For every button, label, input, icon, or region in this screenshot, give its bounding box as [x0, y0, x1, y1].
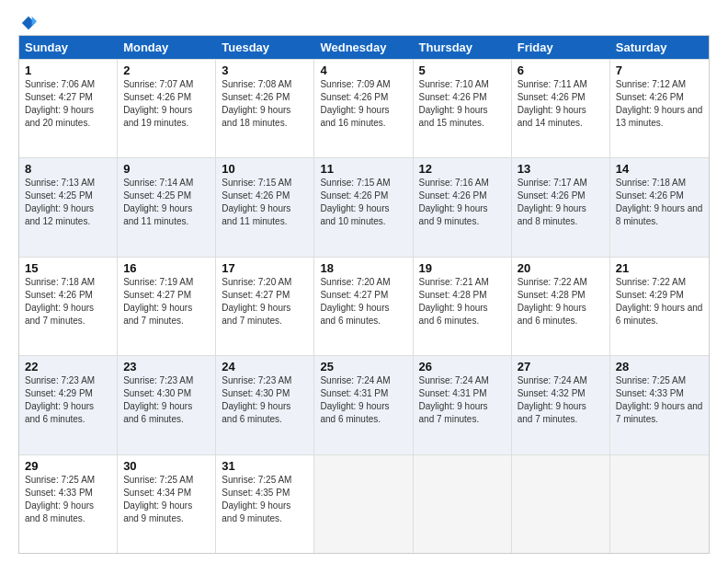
day-number: 26 [419, 360, 506, 373]
calendar-header: SundayMondayTuesdayWednesdayThursdayFrid… [19, 36, 709, 59]
day-number: 6 [518, 63, 604, 77]
day-info: Sunrise: 7:25 AMSunset: 4:34 PMDaylight:… [123, 475, 193, 523]
day-info: Sunrise: 7:25 AMSunset: 4:33 PMDaylight:… [616, 375, 703, 424]
day-info: Sunrise: 7:22 AMSunset: 4:28 PMDaylight:… [518, 277, 587, 326]
day-info: Sunrise: 7:22 AMSunset: 4:29 PMDaylight:… [616, 277, 703, 326]
calendar-cell: 3 Sunrise: 7:08 AMSunset: 4:26 PMDayligh… [216, 60, 314, 157]
header-cell-monday: Monday [118, 36, 216, 59]
calendar-body: 1 Sunrise: 7:06 AMSunset: 4:27 PMDayligh… [19, 59, 709, 553]
header [18, 15, 710, 28]
day-number: 12 [419, 162, 506, 176]
day-number: 24 [222, 360, 308, 373]
day-info: Sunrise: 7:21 AMSunset: 4:28 PMDaylight:… [419, 277, 489, 326]
logo-text [18, 15, 37, 31]
calendar-row-4: 29 Sunrise: 7:25 AMSunset: 4:33 PMDaylig… [19, 454, 709, 553]
header-cell-thursday: Thursday [414, 36, 512, 59]
day-info: Sunrise: 7:09 AMSunset: 4:26 PMDaylight:… [320, 79, 390, 128]
day-number: 4 [320, 63, 406, 77]
calendar-cell: 1 Sunrise: 7:06 AMSunset: 4:27 PMDayligh… [19, 60, 118, 157]
calendar-cell: 12 Sunrise: 7:16 AMSunset: 4:26 PMDaylig… [414, 158, 512, 256]
day-info: Sunrise: 7:15 AMSunset: 4:26 PMDaylight:… [320, 178, 390, 226]
day-info: Sunrise: 7:25 AMSunset: 4:35 PMDaylight:… [222, 475, 291, 523]
calendar-cell: 24 Sunrise: 7:23 AMSunset: 4:30 PMDaylig… [216, 356, 314, 454]
day-number: 23 [123, 360, 210, 373]
day-number: 28 [616, 360, 703, 373]
calendar-cell [610, 455, 709, 553]
calendar-cell: 28 Sunrise: 7:25 AMSunset: 4:33 PMDaylig… [610, 356, 709, 454]
day-number: 19 [419, 261, 506, 275]
day-info: Sunrise: 7:10 AMSunset: 4:26 PMDaylight:… [419, 79, 489, 128]
calendar-cell: 21 Sunrise: 7:22 AMSunset: 4:29 PMDaylig… [610, 258, 709, 355]
calendar-cell: 23 Sunrise: 7:23 AMSunset: 4:30 PMDaylig… [118, 356, 216, 454]
calendar-cell: 13 Sunrise: 7:17 AMSunset: 4:26 PMDaylig… [512, 158, 610, 256]
day-number: 8 [25, 162, 111, 176]
svg-marker-1 [32, 17, 37, 27]
day-number: 31 [222, 459, 308, 473]
calendar-cell: 29 Sunrise: 7:25 AMSunset: 4:33 PMDaylig… [19, 455, 118, 553]
calendar-cell [512, 455, 610, 553]
calendar-row-0: 1 Sunrise: 7:06 AMSunset: 4:27 PMDayligh… [19, 59, 709, 157]
day-info: Sunrise: 7:20 AMSunset: 4:27 PMDaylight:… [320, 277, 390, 326]
calendar-cell: 18 Sunrise: 7:20 AMSunset: 4:27 PMDaylig… [314, 258, 413, 355]
day-info: Sunrise: 7:08 AMSunset: 4:26 PMDaylight:… [222, 79, 291, 128]
calendar-cell: 6 Sunrise: 7:11 AMSunset: 4:26 PMDayligh… [512, 60, 610, 157]
day-number: 7 [616, 63, 703, 77]
calendar-cell: 25 Sunrise: 7:24 AMSunset: 4:31 PMDaylig… [314, 356, 413, 454]
header-cell-tuesday: Tuesday [216, 36, 314, 59]
calendar-cell: 27 Sunrise: 7:24 AMSunset: 4:32 PMDaylig… [512, 356, 610, 454]
day-number: 27 [518, 360, 604, 373]
calendar-row-3: 22 Sunrise: 7:23 AMSunset: 4:29 PMDaylig… [19, 355, 709, 454]
day-info: Sunrise: 7:20 AMSunset: 4:27 PMDaylight:… [222, 277, 291, 326]
day-number: 20 [518, 261, 604, 275]
calendar-cell: 5 Sunrise: 7:10 AMSunset: 4:26 PMDayligh… [414, 60, 512, 157]
day-number: 17 [222, 261, 308, 275]
day-number: 22 [25, 360, 111, 373]
day-number: 5 [419, 63, 506, 77]
day-info: Sunrise: 7:24 AMSunset: 4:31 PMDaylight:… [419, 375, 489, 424]
calendar-cell: 14 Sunrise: 7:18 AMSunset: 4:26 PMDaylig… [610, 158, 709, 256]
day-info: Sunrise: 7:12 AMSunset: 4:26 PMDaylight:… [616, 79, 703, 128]
day-number: 2 [123, 63, 210, 77]
day-number: 1 [25, 63, 111, 77]
day-info: Sunrise: 7:23 AMSunset: 4:30 PMDaylight:… [123, 375, 193, 424]
day-number: 25 [320, 360, 406, 373]
logo [18, 15, 37, 28]
calendar-cell: 31 Sunrise: 7:25 AMSunset: 4:35 PMDaylig… [216, 455, 314, 553]
day-info: Sunrise: 7:23 AMSunset: 4:29 PMDaylight:… [25, 375, 95, 424]
day-info: Sunrise: 7:11 AMSunset: 4:26 PMDaylight:… [518, 79, 587, 128]
calendar-cell: 10 Sunrise: 7:15 AMSunset: 4:26 PMDaylig… [216, 158, 314, 256]
day-info: Sunrise: 7:25 AMSunset: 4:33 PMDaylight:… [25, 475, 95, 523]
calendar-cell: 2 Sunrise: 7:07 AMSunset: 4:26 PMDayligh… [118, 60, 216, 157]
day-info: Sunrise: 7:15 AMSunset: 4:26 PMDaylight:… [222, 178, 291, 226]
day-number: 16 [123, 261, 210, 275]
day-number: 11 [320, 162, 406, 176]
calendar-cell: 9 Sunrise: 7:14 AMSunset: 4:25 PMDayligh… [118, 158, 216, 256]
day-info: Sunrise: 7:07 AMSunset: 4:26 PMDaylight:… [123, 79, 193, 128]
calendar-cell: 26 Sunrise: 7:24 AMSunset: 4:31 PMDaylig… [414, 356, 512, 454]
page: SundayMondayTuesdayWednesdayThursdayFrid… [0, 0, 728, 563]
day-number: 3 [222, 63, 308, 77]
day-info: Sunrise: 7:16 AMSunset: 4:26 PMDaylight:… [419, 178, 489, 226]
day-number: 9 [123, 162, 210, 176]
calendar-cell: 15 Sunrise: 7:18 AMSunset: 4:26 PMDaylig… [19, 258, 118, 355]
day-number: 21 [616, 261, 703, 275]
day-info: Sunrise: 7:14 AMSunset: 4:25 PMDaylight:… [123, 178, 193, 226]
logo-icon [20, 15, 37, 31]
calendar-cell: 8 Sunrise: 7:13 AMSunset: 4:25 PMDayligh… [19, 158, 118, 256]
day-number: 15 [25, 261, 111, 275]
day-info: Sunrise: 7:24 AMSunset: 4:32 PMDaylight:… [518, 375, 587, 424]
calendar-cell [414, 455, 512, 553]
calendar-cell: 22 Sunrise: 7:23 AMSunset: 4:29 PMDaylig… [19, 356, 118, 454]
calendar-cell: 17 Sunrise: 7:20 AMSunset: 4:27 PMDaylig… [216, 258, 314, 355]
calendar-cell: 19 Sunrise: 7:21 AMSunset: 4:28 PMDaylig… [414, 258, 512, 355]
calendar-cell: 20 Sunrise: 7:22 AMSunset: 4:28 PMDaylig… [512, 258, 610, 355]
calendar-cell: 7 Sunrise: 7:12 AMSunset: 4:26 PMDayligh… [610, 60, 709, 157]
header-cell-saturday: Saturday [610, 36, 709, 59]
day-number: 13 [518, 162, 604, 176]
day-number: 29 [25, 459, 111, 473]
calendar-cell: 11 Sunrise: 7:15 AMSunset: 4:26 PMDaylig… [314, 158, 413, 256]
header-cell-friday: Friday [512, 36, 610, 59]
day-number: 18 [320, 261, 406, 275]
day-number: 10 [222, 162, 308, 176]
header-cell-wednesday: Wednesday [314, 36, 413, 59]
